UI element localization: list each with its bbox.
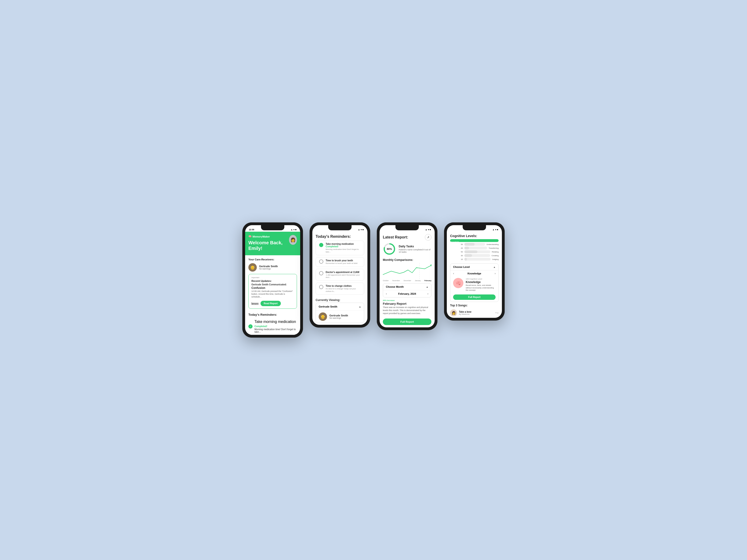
p2-r2-title: Time to brush your teeth (326, 259, 357, 262)
bar-understanding: 50 Understanding (450, 243, 499, 246)
daily-title: Daily Tasks (399, 245, 431, 248)
monthly-chart-section: Monthly Comparisons: October November De… (380, 258, 435, 283)
song-avatar-1: 👩 (450, 310, 457, 316)
choose-month-label: Choose Month (386, 285, 404, 288)
p2-r3-title: Doctor's appointment at 11AM (326, 271, 361, 273)
choose-level-label: Choose Level (453, 266, 470, 268)
bar-fill-creating (464, 254, 472, 257)
progress-percent: 80% (387, 247, 392, 250)
currently-viewing-dropdown[interactable]: Gertrude Smith ▲ 👴 Gertrude Smith No war… (316, 303, 364, 323)
increase-label: 20% Increase (383, 299, 431, 301)
care-avatar: 👴 (248, 263, 257, 272)
phone-1-content: 🧠 MemoryMaker Welcome Back, Emily! 👩 You… (245, 232, 300, 335)
notch-2 (328, 225, 352, 230)
p2-header: Today's Reminders: (312, 232, 367, 241)
p2-reminder-2[interactable]: Time to brush your teeth Remember to bru… (316, 257, 364, 267)
prev-level-button[interactable]: ‹ (453, 272, 454, 275)
bar-fill-relating (464, 250, 478, 253)
svg-point-2 (431, 264, 431, 266)
p4-header: Cognitive Levels: (447, 232, 502, 239)
song-info-1: Take a bow By Madonna (457, 311, 495, 315)
level-chevron-icon: ▲ (493, 266, 496, 268)
month-chevron-icon: ▲ (426, 286, 428, 288)
report-desc: There was an increase on cognitive and p… (383, 306, 431, 315)
label-oct: October (383, 280, 389, 282)
month-text: February, 2024 (398, 292, 416, 295)
dropdown-person-item[interactable]: 👴 Gertrude Smith No warnings (316, 310, 364, 323)
p2-r4-title: Time to change clothes (326, 285, 361, 287)
song-title-1: Take a bow (459, 311, 493, 313)
user-avatar: 👩 (289, 235, 297, 245)
phone-2-screen: ▲ ● ■ Today's Reminders: Take morning me… (312, 225, 367, 325)
bar-creating: 30 Creating (450, 254, 499, 257)
p2-icons: ▲ ● ■ (358, 229, 364, 231)
notch-4 (463, 225, 486, 230)
dropdown-person-name: Gertrude Smith (329, 314, 348, 317)
choose-month-dropdown[interactable]: Choose Month ▲ ‹ February, 2024 › (383, 283, 431, 297)
read-report-button[interactable]: Read Report (260, 301, 281, 306)
song-item-1[interactable]: 👩 Take a bow By Madonna Pop (447, 308, 502, 318)
phone-2: ▲ ● ■ Today's Reminders: Take morning me… (310, 222, 370, 328)
confusion-desc: 12:00 AM, Gertrude pressed the "Confusio… (251, 290, 294, 298)
full-report-button-4[interactable]: Full Report (453, 294, 496, 300)
dropdown-label: Gertrude Smith (319, 305, 337, 308)
important-card: Important Recent Updates: Gertrude Smith… (248, 274, 297, 309)
phone-4: ▲ ● ■ Cognitive Levels: Knowledge (444, 222, 505, 320)
recent-updates-title: Recent Updates: (251, 279, 294, 282)
next-level-button[interactable]: › (495, 272, 496, 275)
level-desc: Recall terms, facts, and details without… (466, 284, 496, 291)
month-nav: ‹ February, 2024 › (383, 290, 431, 297)
label-creating: Creating (492, 255, 499, 257)
p2-r1-desc: Morning medication time! Don't forget to… (326, 248, 361, 253)
label-transferring: Transferring (489, 247, 499, 249)
p2-reminder-1[interactable]: Take morning medication Completed! Morni… (316, 241, 364, 255)
phone-3: ▲ ● ■ Latest Report: ↗ 80% (377, 222, 437, 330)
care-receivers-title: Your Care-Receivers: (245, 255, 300, 262)
p2-r2-desc: Remember to brush your teeth at 9AM (326, 262, 357, 265)
reminder-text: Take morning medication Completed! Morni… (254, 320, 297, 333)
bar-track-knowledge: Knowledge (450, 239, 499, 242)
phone-3-screen: ▲ ● ■ Latest Report: ↗ 80% (380, 225, 435, 327)
card-actions: Ignore Read Report (251, 301, 294, 306)
label-relating: Relating (492, 251, 499, 253)
reminder-title: Take morning medication (254, 320, 296, 324)
cognitive-bar-chart: Knowledge 50 Understanding 20 (447, 239, 502, 263)
ignore-button[interactable]: Ignore (251, 302, 259, 305)
p2-r4-desc: It's time for a change! Swap out your cl… (326, 288, 361, 293)
bar-track-relating (464, 250, 490, 253)
chevron-up-icon: ▲ (359, 305, 361, 308)
share-button[interactable]: ↗ (425, 234, 431, 241)
level-nav-label: Knowledge (468, 272, 481, 275)
choose-level-dropdown[interactable]: Choose Level ▲ ‹ Knowledge › 🧠 100 Cogni… (450, 263, 499, 302)
level-nav: ‹ Knowledge › (450, 270, 498, 276)
p2-reminder-4[interactable]: Time to change clothes It's time for a c… (316, 283, 364, 295)
p2-r1-title: Take morning medication (326, 243, 354, 245)
confusion-title: Confusion (251, 286, 294, 290)
p2-check-1 (319, 243, 323, 247)
p3-title: Latest Report: (383, 235, 408, 239)
bar-relating: 50 Relating (450, 250, 499, 253)
month-dropdown-header[interactable]: Choose Month ▲ (383, 284, 431, 290)
bar-track-understanding (464, 243, 485, 246)
report-section: 20% Increase February Report There was a… (380, 299, 435, 317)
check-icon: ✓ (248, 324, 253, 328)
care-receiver-item[interactable]: 👴 Gertrude Smith No warnings (245, 262, 300, 274)
bar-fill-understanding (464, 243, 474, 246)
mascot-icon: 🧠 (453, 278, 463, 288)
choose-level-header[interactable]: Choose Level ▲ (450, 264, 498, 270)
p2-reminder-3[interactable]: Doctor's appointment at 11AM :1 AM appoi… (316, 269, 364, 281)
care-name: Gertrude Smith (259, 265, 278, 268)
today-reminders-title: Today's Reminders: (245, 311, 300, 318)
next-month-button[interactable]: › (428, 292, 428, 295)
prev-month-button[interactable]: ‹ (386, 292, 387, 295)
label-feb: February (424, 280, 431, 282)
level-name: Knowledge (466, 281, 496, 284)
label-understanding: Understanding (487, 243, 499, 245)
dropdown-header[interactable]: Gertrude Smith ▲ (316, 303, 364, 310)
phone-4-screen: ▲ ● ■ Cognitive Levels: Knowledge (447, 225, 502, 318)
p2-completed-badge: Completed! (326, 245, 338, 248)
report-title: February Report (383, 302, 431, 305)
brain-icon: 🧠 (248, 235, 252, 238)
full-report-button[interactable]: Full Report (383, 319, 431, 325)
daily-desc: Patient's name completed 8 out of 10 tas… (399, 248, 431, 253)
